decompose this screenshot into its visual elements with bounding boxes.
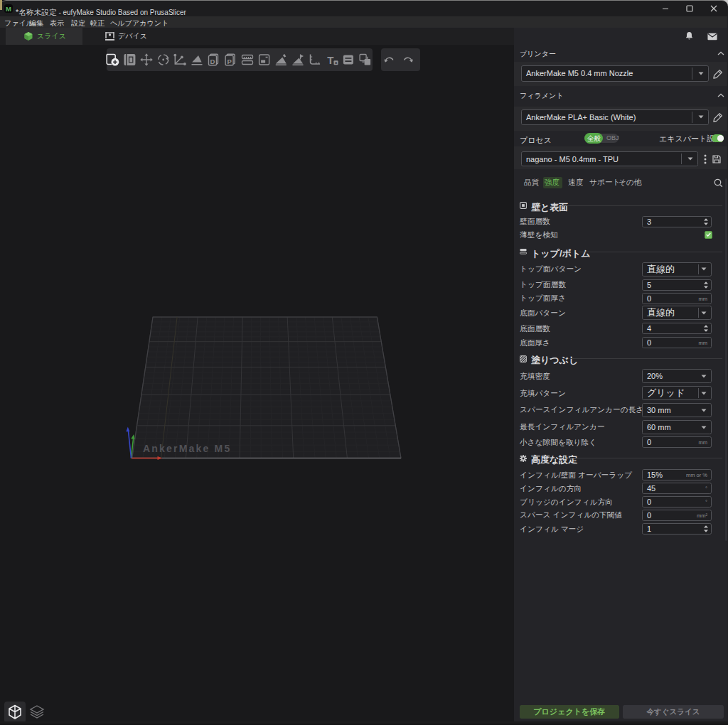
- svg-text:T: T: [327, 54, 333, 66]
- svg-text:P: P: [227, 58, 232, 65]
- svg-text:D: D: [210, 58, 215, 65]
